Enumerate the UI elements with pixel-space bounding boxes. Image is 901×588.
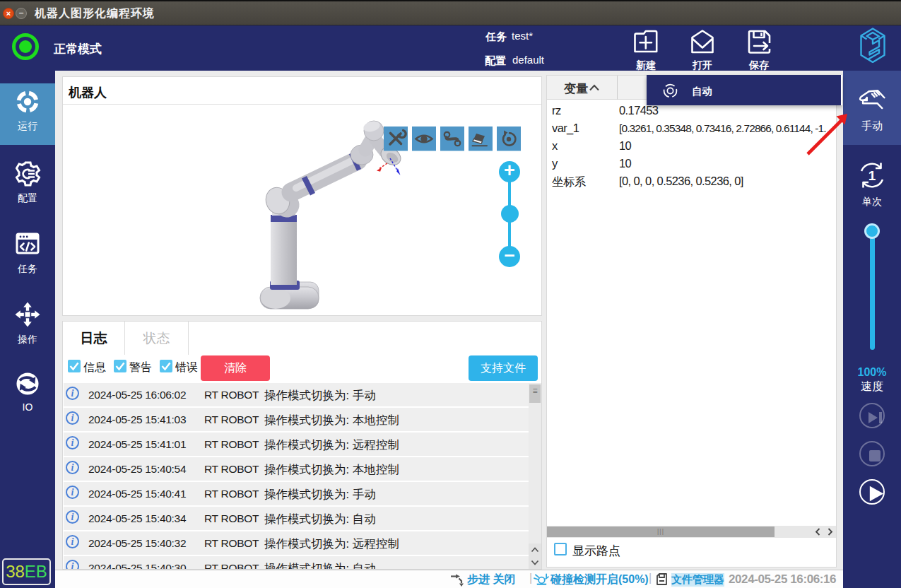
svg-text:1: 1: [868, 168, 876, 183]
